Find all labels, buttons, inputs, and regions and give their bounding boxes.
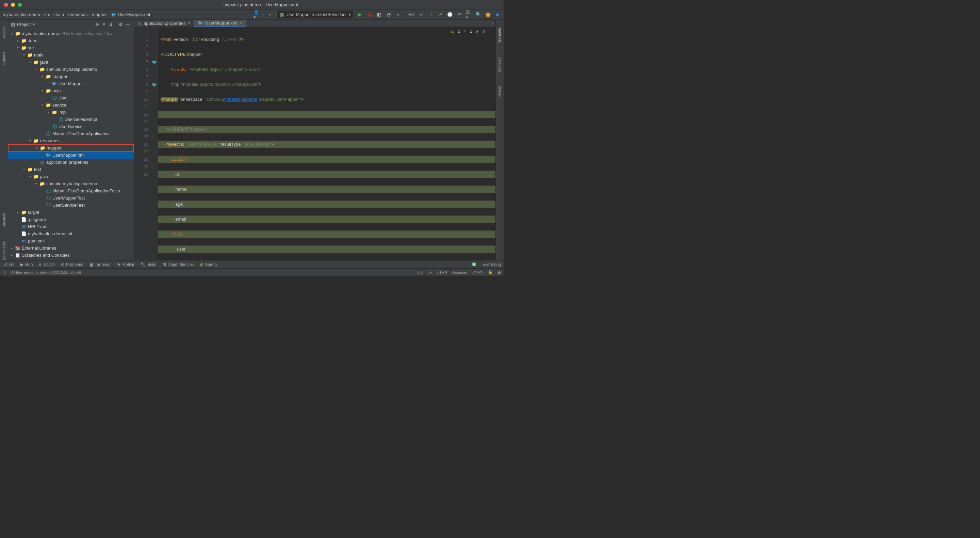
tree-row[interactable]: ⒸUser xyxy=(8,94,134,102)
bottom-dependencies[interactable]: ⊞Dependencies xyxy=(163,262,194,267)
stripe-bookmarks[interactable]: Bookmarks xyxy=(2,241,6,260)
git-push-icon[interactable]: ↗ xyxy=(437,11,444,18)
close-icon[interactable] xyxy=(4,3,8,7)
tab-application-properties[interactable]: ▤ application.properties × xyxy=(134,20,194,27)
event-log[interactable]: Event Log xyxy=(482,262,501,267)
encoding[interactable]: UTF-8 xyxy=(437,270,447,275)
search-icon[interactable]: 🔍 xyxy=(475,11,482,18)
stripe-structure[interactable]: Structure xyxy=(2,212,6,228)
minimize-icon[interactable] xyxy=(11,3,15,7)
bottom-run[interactable]: ▶Run xyxy=(21,262,33,267)
tree-row[interactable]: ▾📁src xyxy=(8,44,134,51)
hide-icon[interactable]: — xyxy=(124,21,131,28)
tree-row[interactable]: 🐦UserMapper xyxy=(8,80,134,87)
bottom-git[interactable]: ⎇Git xyxy=(3,262,14,267)
cursor-position[interactable]: 5:1 xyxy=(417,270,423,275)
nav-icon[interactable]: 🐦 xyxy=(151,58,158,66)
tree-row[interactable]: ▾📁com.xiu.mybatisplusdemo xyxy=(8,66,134,73)
tree-row[interactable]: ▸📁target xyxy=(8,209,134,216)
tree-row[interactable]: ▸📁.idea xyxy=(8,37,134,44)
build-icon[interactable]: ↙ xyxy=(267,11,274,18)
traffic-lights xyxy=(4,3,22,7)
tree-row[interactable]: ▾📁java xyxy=(8,59,134,66)
window-title: mybatis-plus-demo – UserMapper.xml xyxy=(22,2,500,7)
tree-row[interactable]: ▾📁mapper xyxy=(8,144,134,152)
tabs-menu-icon[interactable]: ⋮ xyxy=(488,20,495,27)
bottom-problems[interactable]: ⊘Problems xyxy=(61,262,83,267)
tree-row[interactable]: ▤application.properties xyxy=(8,159,134,166)
editor-inspections[interactable]: ⚠2 ✓1 ∧ ∨ xyxy=(450,29,485,34)
git-branch[interactable]: ⎇ dev xyxy=(472,270,483,275)
tree-row[interactable]: ⒾUserService xyxy=(8,123,134,130)
tree-row[interactable]: ⒸUserServiceImpl xyxy=(8,116,134,123)
tree-row[interactable]: ⒸUserMapperTest xyxy=(8,195,134,201)
history-icon[interactable]: 🕐 xyxy=(447,11,453,18)
tree-row[interactable]: ▾📁impl xyxy=(8,109,134,116)
tree-row[interactable]: ▾📁main xyxy=(8,51,134,59)
stop-icon[interactable]: ■ xyxy=(395,11,401,18)
user-icon[interactable]: 👤▾ xyxy=(253,11,260,18)
code-editor[interactable]: 1234567891011121314151617181920 🐦 🐦 <?xm… xyxy=(134,27,495,260)
nav-icon[interactable]: 🐦 xyxy=(151,81,158,88)
bottom-spring[interactable]: ✿Spring xyxy=(200,262,217,267)
git-update-icon[interactable]: ↙ xyxy=(418,11,425,18)
tree-row[interactable]: ▸📋Scratches and Consoles xyxy=(8,252,134,259)
chevron-up-icon[interactable]: ∧ xyxy=(476,29,479,34)
tree-row[interactable]: ▤HELP.md xyxy=(8,223,134,230)
tree-row[interactable]: 🐦UserMapper.xml xyxy=(8,152,134,159)
tree-row[interactable]: ▾📁test xyxy=(8,166,134,173)
deps-icon: ⊞ xyxy=(163,262,166,267)
expand-icon[interactable]: ≡ xyxy=(100,21,107,28)
tree-row[interactable]: ▾📁mybatis-plus-demo~/Desktop/development… xyxy=(8,30,134,37)
breadcrumb[interactable]: mybatis-plus-demo› src› main› resources›… xyxy=(3,12,150,17)
translate-icon[interactable]: 文A xyxy=(466,11,472,18)
code-content[interactable]: <?xml version="1.0" encoding="UTF-8" ?> … xyxy=(158,27,495,260)
bottom-build[interactable]: 🔨Build xyxy=(140,262,156,267)
avatar-icon[interactable]: ⬤ xyxy=(485,11,492,18)
tree-row[interactable]: ▾📁mapper xyxy=(8,73,134,80)
run-config-selector[interactable]: ⬤UserMapperTest.testSelectList▾ xyxy=(276,11,354,18)
coverage-icon[interactable]: ◧ xyxy=(375,11,382,18)
project-tree[interactable]: ▾📁mybatis-plus-demo~/Desktop/development… xyxy=(8,29,134,260)
tree-row[interactable]: ▾📁pojo xyxy=(8,87,134,94)
collapse-icon[interactable]: ⇊ xyxy=(107,21,114,28)
tree-row[interactable]: mpom.xml xyxy=(8,237,134,244)
tree-row[interactable]: ▸📚External Libraries xyxy=(8,244,134,252)
stripe-plantuml[interactable]: PlantUML xyxy=(498,27,502,43)
indent[interactable]: 4 spaces xyxy=(452,270,467,275)
revert-icon[interactable]: ↶ xyxy=(456,11,463,18)
colorful-icon[interactable]: ◕ xyxy=(498,270,501,275)
bottom-profiler[interactable]: ◔Profiler xyxy=(116,262,134,267)
close-icon[interactable]: × xyxy=(239,20,242,26)
tree-row[interactable]: ⒸMybatisPlusDemoApplication xyxy=(8,130,134,137)
bottom-todo[interactable]: ≡TODO xyxy=(39,262,54,267)
ide-icon[interactable]: ◆ xyxy=(494,11,501,18)
close-icon[interactable]: × xyxy=(188,21,191,26)
line-ending[interactable]: LF xyxy=(427,270,432,275)
maximize-icon[interactable] xyxy=(18,3,22,7)
locate-icon[interactable]: ⊕ xyxy=(94,21,100,28)
stripe-database[interactable]: Database xyxy=(498,56,502,72)
gutter-icons: 🐦 🐦 xyxy=(151,27,158,260)
tree-row[interactable]: 📄.gitignore xyxy=(8,216,134,223)
stripe-project[interactable]: Project xyxy=(2,27,6,38)
tree-row[interactable]: ▾📁service xyxy=(8,102,134,109)
tree-row[interactable]: ▾📁resources xyxy=(8,137,134,144)
profile-icon[interactable]: ◔ xyxy=(385,11,392,18)
debug-icon[interactable]: 🐞 xyxy=(366,11,373,18)
tree-row[interactable]: ▾📁java xyxy=(8,173,134,180)
tab-usermapper-xml[interactable]: 🐦 UserMapper.xml × xyxy=(194,20,246,27)
run-icon[interactable]: ▶ xyxy=(356,11,363,18)
stripe-maven[interactable]: Maven xyxy=(498,86,502,97)
stripe-commit[interactable]: Commit xyxy=(2,52,6,65)
chevron-down-icon[interactable]: ∨ xyxy=(482,29,485,34)
left-tool-stripe: Project Commit Structure Bookmarks xyxy=(0,20,8,260)
bottom-terminal[interactable]: ▣Terminal xyxy=(89,262,110,267)
gear-icon[interactable]: ⚙ xyxy=(118,21,124,28)
tree-row[interactable]: ⒸMybatisPlusDemoApplicationTests xyxy=(8,187,134,195)
git-commit-icon[interactable]: ✓ xyxy=(427,11,434,18)
tree-row[interactable]: 📄mybatis-plus-demo.iml xyxy=(8,230,134,237)
tree-row[interactable]: ⒸUserServiceTest xyxy=(8,201,134,209)
lock-icon[interactable]: 🔒 xyxy=(488,270,493,275)
tree-row[interactable]: ▾📁com.xiu.mybatisplusdemo xyxy=(8,180,134,187)
